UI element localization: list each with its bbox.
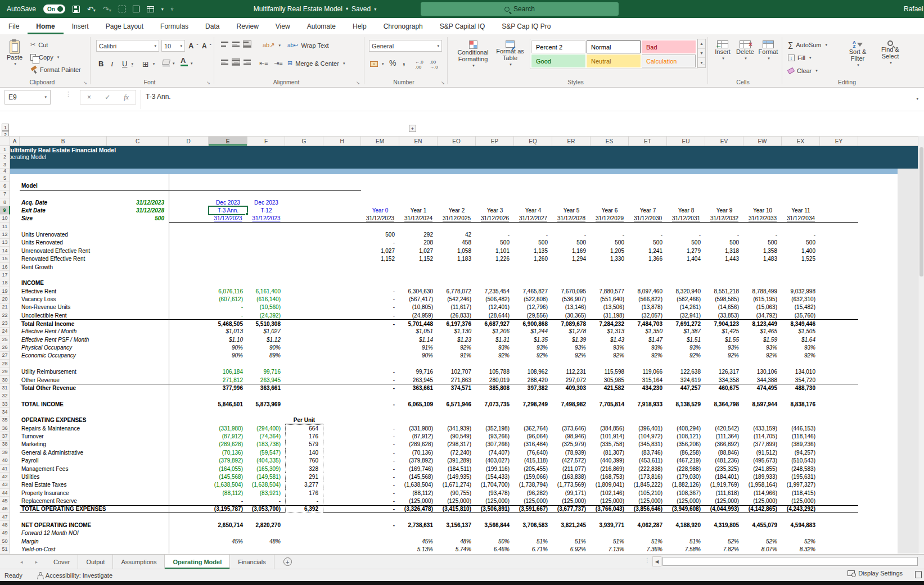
cell[interactable]: (86,258) xyxy=(667,448,705,456)
cell[interactable]: 460,675 xyxy=(705,384,743,392)
cell[interactable] xyxy=(514,263,552,271)
cell[interactable]: - xyxy=(361,400,399,408)
cell[interactable]: 5.74% xyxy=(438,545,476,553)
cell[interactable]: 1,205 xyxy=(591,247,629,255)
fill-button[interactable]: ↓Fill▾ xyxy=(787,52,813,64)
cell[interactable]: 5,846,501 xyxy=(209,400,247,408)
cell[interactable] xyxy=(285,384,323,392)
cell[interactable] xyxy=(169,465,209,473)
cell[interactable]: Dec 2023 xyxy=(247,198,285,206)
clipboard-launcher-icon[interactable]: ↘ xyxy=(83,80,87,85)
cell[interactable]: 1,183 xyxy=(438,255,476,262)
menu-tab-chronograph[interactable]: Chronograph xyxy=(375,18,431,34)
cell[interactable]: $1,130 xyxy=(438,328,476,335)
row-header-45[interactable]: 45 xyxy=(0,497,10,505)
cell[interactable]: (408,294) xyxy=(667,424,705,432)
cell[interactable]: 1,358 xyxy=(743,247,782,255)
menu-tab-view[interactable]: View xyxy=(267,18,299,34)
cell[interactable]: 92% xyxy=(705,352,743,360)
cell[interactable]: (88,112) xyxy=(399,489,438,497)
cell[interactable]: - xyxy=(361,473,399,480)
cell[interactable] xyxy=(705,529,743,537)
cell[interactable]: (24,392) xyxy=(247,311,285,319)
column-header-F[interactable]: F xyxy=(247,137,285,146)
cell[interactable]: 8.07% xyxy=(743,545,782,553)
cell[interactable]: 52% xyxy=(705,537,743,545)
cell[interactable]: (13,146) xyxy=(552,303,591,311)
cell[interactable]: (345,831) xyxy=(629,441,667,448)
cell[interactable]: (632,310) xyxy=(782,295,820,303)
cell[interactable] xyxy=(10,191,918,198)
cell[interactable] xyxy=(169,441,209,448)
cell[interactable]: 31/12/2028 xyxy=(552,215,591,223)
cell[interactable] xyxy=(820,481,858,489)
cell[interactable]: $1.23 xyxy=(438,335,476,343)
cell[interactable] xyxy=(10,400,20,408)
cell[interactable] xyxy=(323,537,361,545)
row-header-30[interactable]: 30 xyxy=(0,376,10,384)
row-header-13[interactable]: 13 xyxy=(0,239,10,247)
cell[interactable] xyxy=(247,279,285,287)
cell[interactable]: 4,062,287 xyxy=(629,521,667,529)
cell[interactable] xyxy=(361,328,399,335)
column-header-EP[interactable]: EP xyxy=(476,137,514,146)
cell[interactable] xyxy=(820,448,858,456)
cell[interactable] xyxy=(323,263,361,271)
vertical-scrollbar[interactable] xyxy=(918,136,924,554)
cell[interactable]: (440,399) xyxy=(591,456,629,464)
cell[interactable]: (76,640) xyxy=(514,448,552,456)
cell[interactable]: (362,764) xyxy=(514,424,552,432)
cell[interactable] xyxy=(169,384,209,392)
cell[interactable]: 119,066 xyxy=(629,368,667,376)
cell[interactable] xyxy=(169,279,209,287)
cell[interactable]: (83,746) xyxy=(629,448,667,456)
cell[interactable]: $1.64 xyxy=(782,335,820,343)
column-header-EO[interactable]: EO xyxy=(438,137,476,146)
grow-font-button[interactable]: Aˆ xyxy=(187,40,199,52)
cell[interactable]: - xyxy=(361,465,399,473)
cell[interactable]: $1,505 xyxy=(782,328,820,335)
cell[interactable] xyxy=(285,376,323,384)
menu-tab-s-p-capital-iq[interactable]: S&P Capital IQ xyxy=(431,18,493,34)
cell[interactable]: (420,542) xyxy=(705,424,743,432)
cell[interactable]: $1,350 xyxy=(629,328,667,335)
cell[interactable] xyxy=(323,465,361,473)
cell[interactable] xyxy=(514,416,552,424)
row-header-32[interactable]: 32 xyxy=(0,392,10,400)
cell[interactable]: 6,900,868 xyxy=(514,319,552,327)
cell[interactable]: (495,673) xyxy=(743,456,782,464)
cell[interactable]: (159,066) xyxy=(514,473,552,480)
cell[interactable]: - xyxy=(361,319,399,327)
column-header-ES[interactable]: ES xyxy=(591,137,629,146)
table-icon[interactable] xyxy=(147,6,154,12)
cell[interactable]: (99,171) xyxy=(552,489,591,497)
cell[interactable]: (1,638,504) xyxy=(247,481,285,489)
menu-tab-automate[interactable]: Automate xyxy=(299,18,344,34)
cell[interactable]: (26,833) xyxy=(438,311,476,319)
cell[interactable] xyxy=(323,489,361,497)
cell[interactable]: 7.13% xyxy=(591,545,629,553)
cell[interactable]: 93% xyxy=(514,343,552,351)
cell[interactable]: (96,064) xyxy=(514,432,552,440)
cell[interactable]: 7,918,933 xyxy=(629,400,667,408)
cell[interactable]: - xyxy=(667,230,705,238)
cell[interactable]: $1,051 xyxy=(399,328,438,335)
cell[interactable]: (522,608) xyxy=(514,295,552,303)
cell[interactable]: (12,401) xyxy=(476,303,514,311)
cell[interactable]: 8,788,499 xyxy=(743,287,782,295)
cell[interactable] xyxy=(10,416,20,424)
cell[interactable]: OPERATING EXPENSES xyxy=(20,416,169,424)
cell[interactable] xyxy=(820,537,858,545)
cell[interactable]: 7,904,123 xyxy=(705,319,743,327)
cell[interactable]: 1,135 xyxy=(514,247,552,255)
cell[interactable]: (289,628) xyxy=(209,441,247,448)
cell[interactable]: (59,547) xyxy=(247,448,285,456)
row-header-15[interactable]: 15 xyxy=(0,255,10,262)
cell[interactable]: 354,720 xyxy=(782,376,820,384)
cell[interactable] xyxy=(820,343,858,351)
cell[interactable]: 385,808 xyxy=(476,384,514,392)
cell[interactable] xyxy=(323,255,361,262)
cell[interactable]: (125,000) xyxy=(705,497,743,505)
column-header-EM[interactable]: EM xyxy=(361,137,399,146)
cell[interactable]: 1,027 xyxy=(399,247,438,255)
